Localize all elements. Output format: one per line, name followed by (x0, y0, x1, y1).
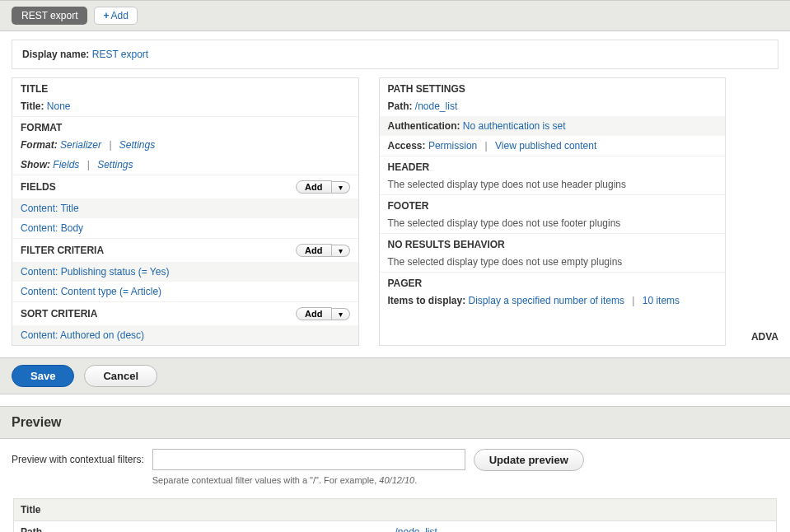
section-header-plugins: HEADER The selected display type does no… (380, 156, 726, 195)
section-path-settings: PATH SETTINGS Path: /node_list Authentic… (380, 78, 726, 156)
section-title: TITLE Title: None (12, 78, 358, 117)
plus-icon: + (103, 10, 109, 21)
advanced-label[interactable]: ADVA (751, 331, 778, 343)
footer-note: The selected display type does not use f… (380, 213, 726, 233)
show-settings-link[interactable]: Settings (97, 159, 133, 170)
title-label: Title: (21, 100, 44, 112)
section-heading-noresults: NO RESULTS BEHAVIOR (388, 239, 505, 250)
preview-body: Preview with contextual filters: Separat… (0, 439, 790, 532)
contextual-filter-label: Preview with contextual filters: (12, 449, 144, 465)
fields-add-button[interactable]: Add (296, 180, 331, 194)
path-value[interactable]: /node_list (415, 100, 457, 112)
access-extra[interactable]: View published content (495, 140, 596, 152)
section-heading-title: TITLE (21, 83, 48, 95)
contextual-filter-hint: Separate contextual filter values with a… (152, 475, 465, 485)
caret-down-icon: ▾ (339, 310, 343, 319)
right-column: PATH SETTINGS Path: /node_list Authentic… (379, 77, 727, 346)
cancel-button[interactable]: Cancel (84, 365, 157, 387)
section-sort-criteria: SORT CRITERIA Add ▾ Content: Authored on… (12, 302, 358, 345)
preview-path-value[interactable]: /node_list (395, 526, 437, 532)
fields-add-caret[interactable]: ▾ (332, 181, 350, 194)
preview-heading: Preview (0, 406, 790, 439)
display-name-row: Display name: REST export (12, 40, 778, 69)
left-column: TITLE Title: None FORMAT Format: Seriali… (12, 77, 359, 346)
access-label: Access: (388, 140, 426, 152)
auth-label: Authentication: (388, 120, 460, 132)
display-name-value[interactable]: REST export (92, 49, 148, 60)
filter-add-dropdown: Add ▾ (296, 244, 349, 257)
section-heading-sort: SORT CRITERIA (21, 308, 97, 320)
preview-title-row: Title (13, 498, 777, 521)
preview-path-row: Path /node_list (13, 521, 777, 532)
save-button[interactable]: Save (12, 365, 74, 387)
auth-value[interactable]: No authentication is set (463, 120, 566, 132)
main-area: Display name: REST export TITLE Title: N… (0, 40, 790, 357)
pager-items-count[interactable]: 10 items (643, 295, 680, 306)
show-value[interactable]: Fields (53, 159, 79, 170)
advanced-column: ADVA (746, 77, 778, 346)
preview-path-col: Path (21, 526, 395, 532)
section-heading-pager: PAGER (388, 278, 423, 289)
fields-add-dropdown: Add ▾ (296, 180, 349, 194)
section-footer-plugins: FOOTER The selected display type does no… (380, 195, 726, 234)
pager-items-label: Items to display: (388, 295, 466, 306)
filter-add-button[interactable]: Add (296, 244, 331, 257)
filter-item[interactable]: Content: Publishing status (= Yes) (21, 266, 169, 278)
tab-rest-export[interactable]: REST export (12, 7, 87, 25)
title-value[interactable]: None (47, 100, 71, 112)
caret-down-icon: ▾ (339, 246, 343, 255)
settings-columns: TITLE Title: None FORMAT Format: Seriali… (12, 77, 778, 346)
display-tabs-bar: REST export +Add (0, 0, 790, 31)
display-name-label: Display name: (22, 49, 89, 60)
caret-down-icon: ▾ (339, 183, 343, 192)
filter-add-caret[interactable]: ▾ (332, 245, 350, 257)
sort-item[interactable]: Content: Authored on (desc) (21, 329, 144, 341)
path-label: Path: (388, 100, 413, 112)
noresults-note: The selected display type does not use e… (380, 252, 726, 272)
preview-table: Title Path /node_list [{"title":"<a href… (13, 498, 777, 532)
section-fields: FIELDS Add ▾ Content: Title Content: Bod… (12, 175, 358, 239)
format-label: Format: (21, 139, 58, 151)
sort-add-button[interactable]: Add (296, 307, 331, 320)
add-display-label: Add (111, 10, 129, 21)
section-heading-footer: FOOTER (388, 200, 429, 212)
sort-add-caret[interactable]: ▾ (332, 308, 350, 320)
add-display-button[interactable]: +Add (94, 7, 137, 25)
section-format: FORMAT Format: Serializer | Settings Sho… (12, 117, 358, 175)
update-preview-button[interactable]: Update preview (474, 449, 584, 471)
sort-add-dropdown: Add ▾ (296, 307, 349, 320)
contextual-filter-input[interactable] (152, 449, 465, 470)
section-heading-path: PATH SETTINGS (388, 83, 465, 95)
section-pager: PAGER Items to display: Display a specif… (380, 273, 726, 310)
filter-item[interactable]: Content: Content type (= Article) (21, 286, 161, 297)
field-item[interactable]: Content: Body (21, 222, 83, 234)
header-note: The selected display type does not use h… (380, 175, 726, 194)
format-value[interactable]: Serializer (60, 139, 101, 151)
section-heading-format: FORMAT (21, 122, 62, 133)
section-heading-filter: FILTER CRITERIA (21, 245, 104, 256)
section-filter-criteria: FILTER CRITERIA Add ▾ Content: Publishin… (12, 239, 358, 302)
format-settings-link[interactable]: Settings (119, 139, 155, 151)
section-heading-fields: FIELDS (21, 181, 56, 193)
preview-title-col: Title (21, 504, 40, 516)
pager-items-value[interactable]: Display a specified number of items (469, 295, 624, 306)
field-item[interactable]: Content: Title (21, 203, 79, 214)
show-label: Show: (21, 159, 50, 170)
section-heading-header: HEADER (388, 161, 430, 173)
contextual-filter-row: Preview with contextual filters: Separat… (12, 449, 778, 485)
section-no-results: NO RESULTS BEHAVIOR The selected display… (380, 234, 726, 273)
action-bar: Save Cancel (0, 357, 790, 394)
access-value[interactable]: Permission (428, 140, 477, 152)
